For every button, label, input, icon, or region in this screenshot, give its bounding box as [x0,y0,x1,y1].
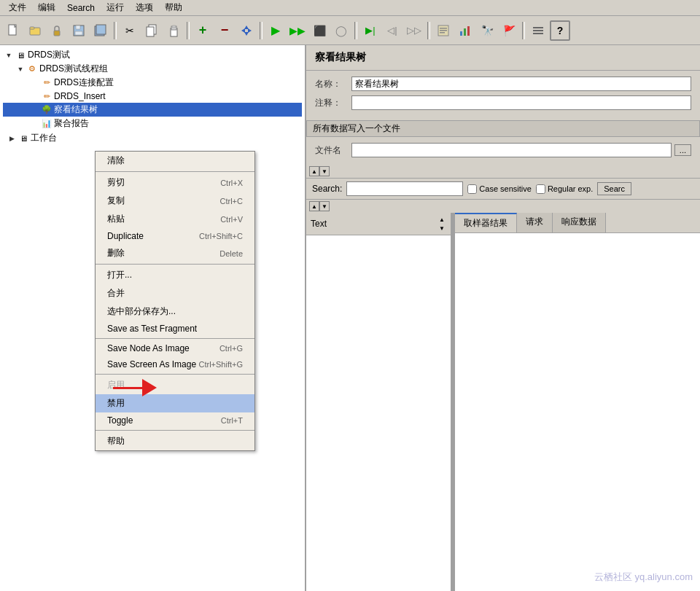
reports-button[interactable] [433,20,454,41]
ctx-clear[interactable]: 清除 [96,152,254,170]
tabs-content [455,233,700,591]
scroll-up-btn[interactable]: ▲ [309,166,319,176]
menu-search[interactable]: Search [61,1,101,15]
search-execute-button[interactable]: Searc [597,182,631,195]
step-fwd-button[interactable]: ▶| [360,20,381,41]
svg-marker-17 [248,28,252,33]
ctx-help[interactable]: 帮助 [96,432,254,450]
stop2-button[interactable]: ◯ [331,20,351,41]
text-column: Text ▲ ▼ [306,213,452,591]
tree-item-drds-conn[interactable]: ✏ DRDS连接配置 [3,76,302,90]
tree-label-root: DRDS测试 [28,49,70,61]
tree-label-aggregate: 聚合报告 [54,117,89,130]
ctx-merge[interactable]: 合并 [96,284,254,302]
browse-button[interactable]: ... [674,144,691,156]
copy-button[interactable] [141,20,162,41]
chart-button[interactable] [455,20,475,41]
tab-request[interactable]: 请求 [517,213,553,232]
menu-run[interactable]: 运行 [101,0,130,15]
comment-label: 注释： [315,97,351,109]
tree-icon-aggregate: 📊 [41,118,52,130]
save-button[interactable] [69,20,89,41]
step-remote-button[interactable]: ▷▷ [404,20,424,41]
help-toolbar-button[interactable]: ? [550,20,570,41]
name-row: 名称： [315,77,691,91]
tree-label-drds-insert: DRDS_Insert [54,91,106,101]
stop-button[interactable]: ⬛ [309,20,330,41]
flag-button[interactable]: 🚩 [499,20,519,41]
tree-expand-threadgroup[interactable]: ▼ [15,63,26,75]
regular-exp-checkbox[interactable] [536,184,545,194]
menu-help[interactable]: 帮助 [159,0,188,15]
ctx-paste[interactable]: 粘贴 Ctrl+V [96,210,254,228]
remove-button[interactable]: − [214,20,235,41]
ctx-delete-label: 删除 [107,247,125,259]
menu-edit[interactable]: 编辑 [32,0,61,15]
case-sensitive-checkbox[interactable] [467,184,477,194]
ctx-copy[interactable]: 复制 Ctrl+C [96,192,254,210]
new-button[interactable] [3,20,23,41]
scroll-down-btn-2[interactable]: ▼ [319,201,330,211]
open-button[interactable] [25,20,45,41]
run-no-pause-button[interactable]: ▶▶ [287,20,308,41]
tree-expand-workbench[interactable]: ▶ [6,133,18,144]
paste-button[interactable] [163,20,184,41]
ctx-sep-2 [96,338,254,339]
tab-response-data[interactable]: 响应数据 [553,213,606,232]
sort-desc-btn[interactable]: ▼ [438,224,446,232]
ctx-save-screen-img[interactable]: Save Screen As Image Ctrl+Shift+G [96,356,254,372]
ctx-toggle-shortcut: Ctrl+T [221,416,243,425]
ctx-cut[interactable]: 剪切 Ctrl+X [96,173,254,192]
lock-button[interactable] [47,20,67,41]
scroll-nav: ▲ ▼ [306,165,700,178]
move-button[interactable] [236,20,257,41]
tree-item-aggregate[interactable]: 📊 聚合报告 [3,117,302,130]
scroll-down-btn[interactable]: ▼ [319,166,330,176]
ctx-disable[interactable]: 禁用 [96,394,254,412]
add-button[interactable]: + [192,20,213,41]
name-input[interactable] [351,77,691,91]
tabs-container: 取样器结果 请求 响应数据 [455,213,700,591]
context-menu: 清除 剪切 Ctrl+X 复制 Ctrl+C 粘贴 Ctrl+V Duplica… [95,151,255,451]
ctx-copy-shortcut: Ctrl+C [220,197,243,206]
ctx-save-fragment[interactable]: Save as Test Fragment [96,321,254,337]
comment-input[interactable] [351,95,691,110]
scroll-up-btn-2[interactable]: ▲ [309,201,319,211]
ctx-save-selection[interactable]: 选中部分保存为... [96,302,254,321]
tree-item-threadgroup[interactable]: ▼ ⚙ DRDS测试线程组 [3,62,302,76]
filename-input[interactable] [351,143,672,157]
arrow-line [113,387,142,389]
ctx-duplicate[interactable]: Duplicate Ctrl+Shift+C [96,228,254,244]
tree-item-drds-insert[interactable]: ✏ DRDS_Insert [3,90,302,103]
ctx-save-node-img[interactable]: Save Node As Image Ctrl+G [96,340,254,356]
step-back-button[interactable]: ◁| [382,20,402,41]
ctx-open[interactable]: 打开... [96,266,254,284]
sort-asc-btn[interactable]: ▲ [438,215,446,224]
tree-label-threadgroup: DRDS测试线程组 [39,63,108,75]
ctx-sep-0 [96,171,254,172]
toolbar-sep-1 [114,22,117,39]
ctx-toggle[interactable]: Toggle Ctrl+T [96,412,254,428]
run-button[interactable]: ▶ [265,20,286,41]
search-label: Search: [312,184,342,194]
list-button[interactable] [528,20,548,41]
telescope-button[interactable]: 🔭 [477,20,497,41]
ctx-delete[interactable]: 删除 Delete [96,244,254,262]
tree-icon-root: 🖥 [15,50,26,61]
menu-file[interactable]: 文件 [3,0,32,15]
tree-expand-drds-insert [29,90,41,102]
tree-item-workbench[interactable]: ▶ 🖥 工作台 [3,130,302,146]
menu-options[interactable]: 选项 [130,0,159,15]
tab-sampler-results[interactable]: 取样器结果 [455,213,517,232]
cut-button[interactable]: ✂ [120,20,140,41]
save-all-button[interactable] [90,20,111,41]
search-bar: Search: Case sensitive Regular exp. Sear… [306,178,700,200]
tree-icon-result: 🌳 [41,104,52,116]
toolbar-sep-6 [522,22,525,39]
search-input[interactable] [346,181,463,196]
tree-expand-root[interactable]: ▼ [3,50,15,61]
tree-item-result-tree[interactable]: 🌳 察看结果树 [3,103,302,117]
tree-item-root[interactable]: ▼ 🖥 DRDS测试 [3,48,302,62]
tree-label-workbench: 工作台 [31,132,57,144]
svg-rect-25 [533,27,543,28]
